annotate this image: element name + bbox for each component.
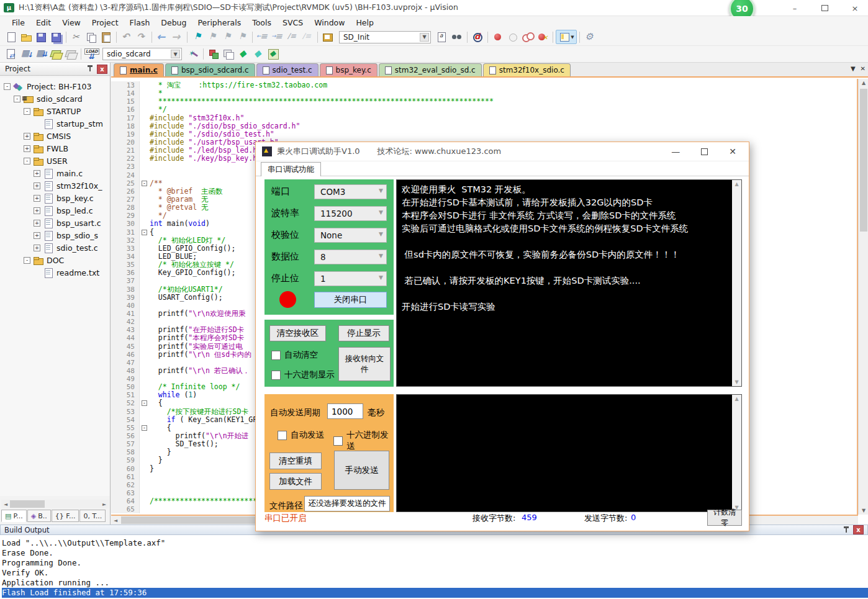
tree-expander[interactable]: +: [34, 207, 40, 214]
chevron-down-icon[interactable]: ▼: [379, 253, 383, 259]
tree-item-fwlb[interactable]: +FWLB: [0, 142, 110, 155]
breakpoint-margin[interactable]: [111, 114, 119, 122]
tree-item-sdio-sdcard[interactable]: -sdio_sdcard: [0, 92, 110, 105]
breakpoint-margin[interactable]: [111, 179, 119, 187]
breakpoint-margin[interactable]: [111, 204, 119, 212]
flash-config-icon[interactable]: [186, 47, 201, 61]
breakpoint-margin[interactable]: [111, 424, 119, 432]
editor-tab-stm32f10x_sdio.c[interactable]: stm32f10x_sdio.c: [483, 63, 571, 76]
panel-tab-1[interactable]: P...: [1, 510, 27, 522]
breakpoint-margin[interactable]: [111, 171, 119, 179]
breakpoint-margin[interactable]: [111, 375, 119, 383]
menu-view[interactable]: View: [57, 17, 86, 29]
breakpoint-margin[interactable]: [111, 489, 119, 497]
send-period-input[interactable]: [327, 403, 363, 419]
func-book-icon[interactable]: [320, 30, 335, 44]
tree-item-project-bh-f103[interactable]: -Project: BH-F103: [0, 80, 110, 92]
bp-toggle-icon[interactable]: [491, 30, 505, 44]
breakpoint-margin[interactable]: [111, 383, 119, 391]
breakpoint-margin[interactable]: [111, 155, 119, 163]
parity-combo[interactable]: None▼: [314, 228, 387, 243]
port-combo[interactable]: COM3▼: [314, 184, 387, 199]
tree-expander[interactable]: -: [14, 96, 20, 102]
fold-collapse-icon[interactable]: -: [142, 230, 147, 235]
menu-file[interactable]: File: [6, 17, 30, 29]
configure-icon[interactable]: [582, 30, 597, 44]
breakpoint-margin[interactable]: [111, 277, 119, 285]
logic-analyzer-icon[interactable]: [266, 47, 281, 61]
breakpoint-margin[interactable]: [111, 408, 119, 416]
tree-expander[interactable]: +: [34, 195, 40, 202]
breakpoint-margin[interactable]: [111, 497, 119, 505]
databits-combo[interactable]: 8▼: [314, 250, 387, 264]
tree-expander[interactable]: -: [24, 158, 30, 164]
build-output-close-button[interactable]: x: [853, 525, 864, 534]
breakpoint-margin[interactable]: [111, 432, 119, 440]
send-terminal[interactable]: ▲ ▼: [396, 394, 742, 512]
breakpoint-margin[interactable]: [111, 286, 119, 294]
binoculars-icon[interactable]: [450, 30, 464, 44]
scroll-down-icon[interactable]: ▼: [859, 508, 868, 513]
fold-collapse-icon[interactable]: -: [142, 400, 147, 406]
breakpoint-margin[interactable]: [111, 163, 119, 171]
breakpoint-margin[interactable]: [111, 310, 119, 318]
window-layout-icon[interactable]: [221, 47, 236, 61]
system-viewer-icon[interactable]: [236, 47, 251, 61]
breakpoint-margin[interactable]: [111, 220, 119, 228]
breakpoint-margin[interactable]: [111, 367, 119, 375]
tree-expander[interactable]: +: [24, 145, 30, 152]
breakpoint-margin[interactable]: [111, 138, 119, 146]
undo-icon[interactable]: [119, 30, 134, 44]
breakpoint-margin[interactable]: [111, 326, 119, 334]
breakpoint-margin[interactable]: [111, 89, 119, 97]
tree-item-startup[interactable]: -STARTUP: [0, 105, 110, 117]
bookmark-icon[interactable]: [190, 30, 205, 44]
terminal-scrollbar[interactable]: ▲ ▼: [732, 180, 741, 386]
bp-enable-icon[interactable]: [505, 30, 520, 44]
batch-setting-icon[interactable]: [63, 47, 78, 61]
save-icon[interactable]: [34, 30, 48, 44]
nav-back-icon[interactable]: [155, 30, 170, 44]
find-in-files-icon[interactable]: [435, 30, 450, 44]
nav-forward-icon[interactable]: [170, 30, 184, 44]
load-icon[interactable]: [84, 47, 99, 61]
receive-terminal[interactable]: 欢迎使用秉火 STM32 开发板。 在开始进行SD卡基本测试前，请给开发板插入3…: [396, 179, 742, 387]
window-select-icon[interactable]: ▼: [556, 30, 577, 44]
breakpoint-margin[interactable]: [111, 473, 119, 481]
translate-icon[interactable]: [4, 47, 19, 61]
editor-vscrollbar[interactable]: ▲ ▼: [858, 79, 868, 515]
tree-expander[interactable]: +: [24, 133, 30, 140]
tree-item-bsp-key-c[interactable]: +bsp_key.c: [0, 192, 110, 204]
breakpoint-margin[interactable]: [111, 351, 119, 359]
baudrate-combo[interactable]: 115200▼: [314, 206, 387, 221]
breakpoint-margin[interactable]: [111, 97, 119, 106]
menu-debug[interactable]: Debug: [155, 17, 192, 29]
tree-expander[interactable]: +: [34, 182, 40, 189]
hexdisplay-checkbox[interactable]: [271, 371, 281, 380]
menu-edit[interactable]: Edit: [30, 17, 57, 29]
batch-build-icon[interactable]: [48, 47, 63, 61]
tree-item-bsp-sdio-s[interactable]: +bsp_sdio_s: [0, 229, 110, 241]
scroll-up-icon[interactable]: ▲: [859, 80, 868, 86]
tree-expander[interactable]: +: [34, 170, 40, 177]
reset-count-button[interactable]: 计数清零: [707, 510, 742, 526]
tree-expander[interactable]: -: [4, 83, 11, 90]
tree-expander[interactable]: +: [34, 232, 40, 239]
maximize-button[interactable]: [821, 5, 828, 11]
load-file-button[interactable]: 加载文件: [269, 473, 322, 490]
breakpoint-margin[interactable]: [111, 334, 119, 342]
target-combo[interactable]: sdio_sdcard ▼: [102, 48, 182, 60]
build-icon[interactable]: [19, 47, 34, 61]
menu-svcs[interactable]: SVCS: [277, 17, 309, 29]
breakpoint-margin[interactable]: [111, 302, 119, 310]
editor-tab-main.c[interactable]: main.c: [114, 63, 164, 76]
breakpoint-margin[interactable]: [111, 440, 119, 448]
scroll-thumb[interactable]: [860, 89, 867, 232]
bp-disable-icon[interactable]: [520, 30, 535, 44]
rebuild-icon[interactable]: [34, 47, 48, 61]
breakpoint-margin[interactable]: [111, 228, 119, 236]
function-combo[interactable]: SD_Init ▼: [339, 31, 431, 43]
breakpoint-margin[interactable]: [111, 448, 119, 456]
menu-tools[interactable]: Tools: [246, 17, 277, 29]
close-button[interactable]: ×: [851, 4, 859, 13]
